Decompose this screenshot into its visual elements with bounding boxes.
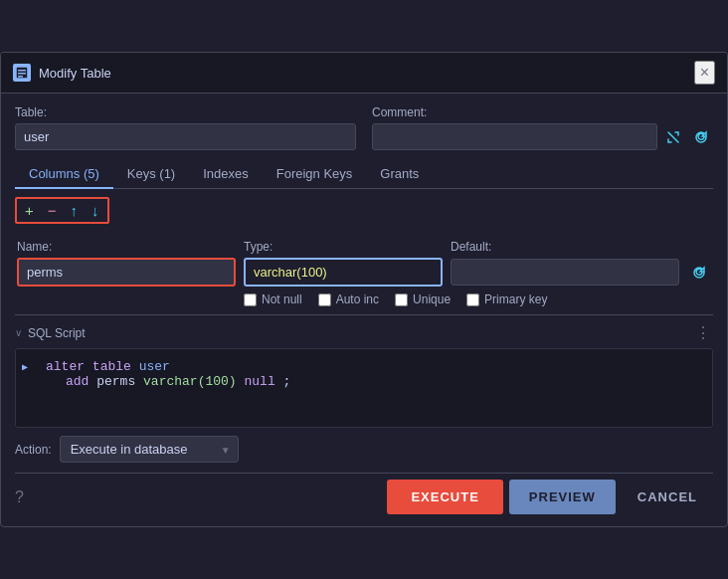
- comment-row: [372, 123, 713, 150]
- primary-key-label: Primary key: [484, 292, 547, 306]
- app-icon: [13, 64, 31, 82]
- svg-rect-3: [18, 76, 23, 78]
- sql-val-perms: perms: [96, 374, 135, 389]
- close-button[interactable]: ×: [694, 61, 715, 85]
- preview-button[interactable]: PREVIEW: [509, 480, 616, 514]
- sql-code-area: ▶ alter table user add perms v: [15, 348, 713, 428]
- comment-label: Comment:: [372, 105, 713, 119]
- column-row: [15, 258, 713, 287]
- sql-semicolon: ;: [283, 374, 291, 389]
- sql-code-block: alter table user add perms varchar(100): [30, 359, 698, 389]
- action-select-wrap: Execute in database Preview SQL Copy to …: [60, 436, 239, 463]
- column-type-input[interactable]: [244, 258, 443, 287]
- name-column-header: Name:: [17, 240, 236, 254]
- column-name-input[interactable]: [17, 258, 236, 287]
- remove-column-button[interactable]: −: [42, 201, 63, 220]
- sql-kw-alter: alter: [46, 359, 85, 374]
- comment-input-wrap: [372, 123, 657, 150]
- columns-header: Name: Type: Default:: [15, 240, 713, 254]
- not-null-checkbox[interactable]: Not null: [244, 292, 302, 306]
- column-toolbar: + − ↑ ↓: [15, 197, 109, 224]
- refresh-button[interactable]: [689, 128, 713, 146]
- column-refresh-button[interactable]: [687, 264, 711, 282]
- default-column-header: Default:: [451, 240, 610, 254]
- table-field-group: Table:: [15, 105, 356, 150]
- dialog-body: Table: Comment:: [1, 94, 727, 526]
- primary-key-input[interactable]: [466, 293, 479, 306]
- tab-foreign-keys[interactable]: Foreign Keys: [263, 160, 367, 189]
- column-options-row: Not null Auto inc Unique Primary key: [15, 292, 713, 306]
- sql-section: ∨ SQL Script ⋮ ▶ alter table user: [15, 321, 713, 428]
- type-column-header: Type:: [244, 240, 443, 254]
- sql-line-1: alter table user: [46, 359, 698, 374]
- table-input[interactable]: [15, 123, 356, 150]
- table-label: Table:: [15, 105, 356, 119]
- sql-kw-null: null: [244, 374, 274, 389]
- sql-section-title: ∨ SQL Script: [15, 326, 86, 340]
- add-column-button[interactable]: +: [19, 201, 40, 220]
- tab-indexes[interactable]: Indexes: [189, 160, 263, 189]
- sql-line-indicator: ▶: [22, 361, 28, 373]
- comment-input[interactable]: [372, 123, 657, 150]
- tab-keys[interactable]: Keys (1): [113, 160, 189, 189]
- column-default-input[interactable]: [451, 259, 679, 286]
- expand-button[interactable]: [661, 128, 685, 146]
- tabs-bar: Columns (5) Keys (1) Indexes Foreign Key…: [15, 160, 713, 189]
- sql-val-user: user: [139, 359, 170, 374]
- auto-inc-label: Auto inc: [336, 292, 379, 306]
- primary-key-checkbox[interactable]: Primary key: [466, 292, 547, 306]
- svg-rect-2: [18, 73, 26, 75]
- title-bar: Modify Table ×: [1, 53, 727, 94]
- footer-row: ? EXECUTE PREVIEW CANCEL: [15, 473, 713, 514]
- unique-label: Unique: [413, 292, 451, 306]
- auto-inc-input[interactable]: [318, 293, 331, 306]
- sql-section-label: SQL Script: [28, 326, 86, 340]
- sql-kw-table: table: [92, 359, 131, 374]
- not-null-input[interactable]: [244, 293, 257, 306]
- divider: [15, 314, 713, 315]
- cancel-button[interactable]: CANCEL: [622, 480, 713, 514]
- sql-line-2: add perms varchar(100) null ;: [46, 374, 698, 389]
- action-row: Action: Execute in database Preview SQL …: [15, 436, 713, 463]
- move-down-button[interactable]: ↓: [86, 201, 105, 220]
- execute-button[interactable]: EXECUTE: [387, 480, 502, 514]
- dialog-title: Modify Table: [39, 66, 111, 81]
- chevron-icon[interactable]: ∨: [15, 327, 22, 338]
- sql-val-varchar: varchar(100): [143, 374, 237, 389]
- modify-table-dialog: Modify Table × Table: Comment:: [0, 52, 728, 527]
- tab-grants[interactable]: Grants: [366, 160, 433, 189]
- more-options-button[interactable]: ⋮: [693, 321, 713, 344]
- sql-section-header: ∨ SQL Script ⋮: [15, 321, 713, 344]
- unique-checkbox[interactable]: Unique: [395, 292, 451, 306]
- comment-field-group: Comment:: [372, 105, 713, 150]
- title-bar-left: Modify Table: [13, 64, 111, 82]
- table-comment-row: Table: Comment:: [15, 105, 713, 150]
- tab-columns[interactable]: Columns (5): [15, 160, 113, 189]
- unique-input[interactable]: [395, 293, 408, 306]
- not-null-label: Not null: [262, 292, 302, 306]
- move-up-button[interactable]: ↑: [65, 201, 85, 220]
- action-select[interactable]: Execute in database Preview SQL Copy to …: [60, 436, 239, 463]
- auto-inc-checkbox[interactable]: Auto inc: [318, 292, 379, 306]
- svg-rect-1: [18, 70, 26, 72]
- sql-kw-add: add: [66, 374, 89, 389]
- footer-buttons: EXECUTE PREVIEW CANCEL: [387, 480, 713, 514]
- action-label: Action:: [15, 443, 52, 457]
- help-icon[interactable]: ?: [15, 488, 24, 506]
